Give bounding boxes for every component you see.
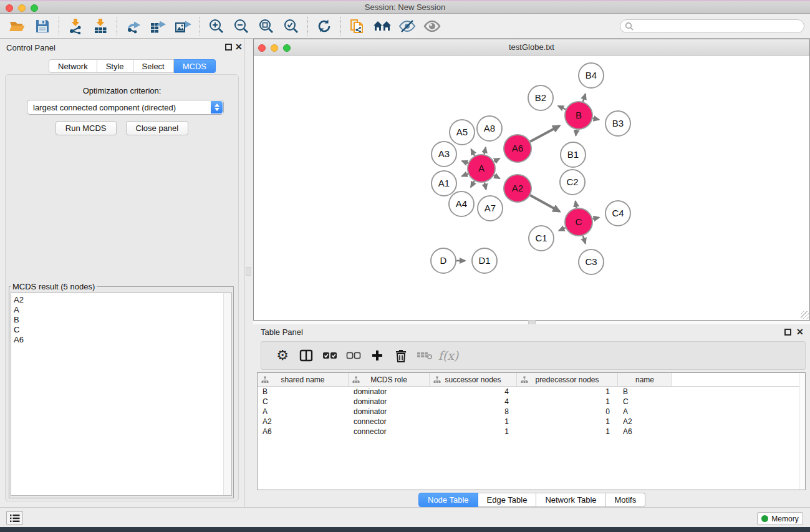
list-scrollbar[interactable] — [223, 293, 231, 495]
vertical-split-grip[interactable] — [246, 267, 251, 276]
column-header-predecessor-nodes[interactable]: predecessor nodes — [517, 373, 618, 386]
tab-network[interactable]: Network — [49, 59, 97, 73]
tab-edge-table[interactable]: Edge Table — [478, 493, 537, 507]
run-mcds-button[interactable]: Run MCDS — [55, 121, 117, 135]
close-table-panel-icon[interactable]: ✕ — [796, 327, 804, 337]
table-row[interactable]: Adominator80A — [258, 407, 805, 417]
clone-network-icon[interactable] — [345, 16, 370, 37]
table-cell: A6 — [618, 427, 672, 437]
float-table-panel-icon[interactable] — [784, 329, 791, 336]
edge-A-A1[interactable] — [462, 174, 468, 177]
toolbar-separator — [117, 17, 117, 36]
mcds-result-item[interactable]: A6 — [14, 335, 223, 345]
network-view-window: testGlobe.txt B4B2BB3A5A8A6A3B1AA1C2A2A4… — [253, 39, 810, 321]
show-columns-icon[interactable] — [294, 344, 318, 367]
toolbar-separator — [200, 17, 200, 36]
table-scrollbar[interactable] — [799, 373, 805, 490]
edge-B-B2[interactable] — [558, 106, 566, 109]
network-window-titlebar[interactable]: testGlobe.txt — [254, 39, 809, 56]
edge-C-C3[interactable] — [583, 236, 586, 243]
table-row[interactable]: A2connector11A2 — [258, 417, 805, 427]
tab-network-table[interactable]: Network Table — [536, 493, 605, 507]
node-label-A2: A2 — [512, 183, 523, 193]
tab-mcds[interactable]: MCDS — [174, 59, 216, 73]
edge-C-C2[interactable] — [576, 201, 577, 208]
deselect-all-columns-icon[interactable] — [342, 344, 365, 367]
zoom-in-icon[interactable] — [204, 16, 229, 37]
edge-A2-C[interactable] — [530, 195, 559, 211]
control-panel: Control Panel ✕ NetworkStyleSelectMCDS O… — [0, 39, 244, 507]
zoom-fit-icon[interactable] — [254, 16, 279, 37]
network-canvas[interactable]: B4B2BB3A5A8A6A3B1AA1C2A2A4A7CC4C1C3DD1 — [254, 56, 809, 320]
tab-node-table[interactable]: Node Table — [418, 493, 478, 507]
edge-A-A8[interactable] — [485, 147, 486, 154]
column-header-name[interactable]: name — [618, 373, 672, 386]
edge-A-A4[interactable] — [471, 181, 475, 187]
export-table-icon[interactable] — [146, 16, 171, 37]
criterion-select[interactable]: largest connected component (directed) — [27, 100, 224, 115]
edge-B-B1[interactable] — [576, 130, 576, 136]
mcds-result-item[interactable]: A2 — [14, 295, 223, 305]
zoom-out-icon[interactable] — [229, 16, 254, 37]
task-history-button[interactable] — [6, 511, 23, 525]
table-options-icon[interactable]: ⚙ — [271, 344, 294, 367]
edge-A-A7[interactable] — [485, 182, 486, 189]
table-body[interactable]: Bdominator41BCdominator41CAdominator80AA… — [258, 387, 805, 437]
mcds-result-list[interactable]: A2ABCA6 — [11, 293, 223, 495]
edge-A6-B[interactable] — [530, 126, 559, 142]
table-cell: A — [258, 407, 349, 417]
edge-A-A2[interactable] — [494, 175, 499, 178]
node-table[interactable]: shared nameMCDS rolesuccessor nodesprede… — [257, 372, 806, 490]
zoom-selected-icon[interactable] — [279, 16, 304, 37]
column-header-successor-nodes[interactable]: successor nodes — [430, 373, 517, 386]
import-network-icon[interactable] — [63, 16, 88, 37]
edge-B-B3[interactable] — [593, 118, 599, 120]
tab-select[interactable]: Select — [133, 59, 174, 73]
refresh-icon[interactable] — [312, 16, 337, 37]
toolbar-separator — [340, 17, 341, 36]
close-panel-icon[interactable]: ✕ — [235, 42, 243, 52]
delete-columns-icon[interactable] — [389, 344, 413, 367]
table-header-row: shared nameMCDS rolesuccessor nodesprede… — [258, 373, 805, 387]
select-all-columns-icon[interactable] — [318, 344, 342, 367]
table-row[interactable]: A6connector11A6 — [258, 427, 805, 437]
node-label-B4: B4 — [586, 70, 597, 80]
function-builder-icon[interactable]: f(x) — [436, 344, 460, 367]
column-header-MCDS-role[interactable]: MCDS role — [349, 373, 430, 386]
close-panel-button[interactable]: Close panel — [126, 121, 189, 135]
network-graph[interactable]: B4B2BB3A5A8A6A3B1AA1C2A2A4A7CC4C1C3DD1 — [254, 56, 809, 320]
export-network-icon[interactable] — [121, 16, 146, 37]
export-image-icon[interactable] — [171, 16, 196, 37]
node-label-D1: D1 — [478, 255, 490, 266]
mcds-result-item[interactable]: B — [14, 315, 223, 325]
mcds-result-item[interactable]: C — [14, 325, 223, 335]
edge-A-A6[interactable] — [494, 158, 499, 162]
edge-A-A3[interactable] — [462, 161, 468, 163]
search-field[interactable] — [620, 19, 804, 33]
import-table-icon[interactable] — [88, 16, 113, 37]
search-input[interactable] — [634, 21, 804, 32]
table-row[interactable]: Cdominator41C — [258, 397, 805, 407]
show-all-icon[interactable] — [420, 16, 445, 37]
table-cell: A2 — [618, 417, 672, 427]
mcds-result-item[interactable]: A — [14, 305, 223, 315]
edge-A-A5[interactable] — [471, 149, 475, 155]
create-column-icon[interactable] — [365, 344, 389, 367]
edge-C-C4[interactable] — [592, 218, 599, 219]
open-session-icon[interactable] — [5, 16, 30, 37]
edge-B-B4[interactable] — [583, 94, 586, 102]
save-session-icon[interactable] — [30, 16, 55, 37]
hide-selected-icon[interactable] — [395, 16, 420, 37]
apply-layout-icon[interactable] — [370, 16, 395, 37]
column-header-shared-name[interactable]: shared name — [258, 373, 349, 386]
table-cell: A2 — [258, 417, 349, 427]
float-panel-icon[interactable] — [225, 44, 232, 51]
delete-table-icon[interactable] — [413, 344, 436, 367]
table-cell: dominator — [349, 387, 430, 397]
memory-button[interactable]: Memory — [757, 512, 803, 525]
edge-C-C1[interactable] — [559, 228, 565, 231]
tab-motifs[interactable]: Motifs — [606, 493, 646, 507]
table-row[interactable]: Bdominator41B — [258, 387, 805, 397]
tab-style[interactable]: Style — [97, 59, 133, 73]
resize-grip-icon[interactable] — [801, 311, 809, 319]
